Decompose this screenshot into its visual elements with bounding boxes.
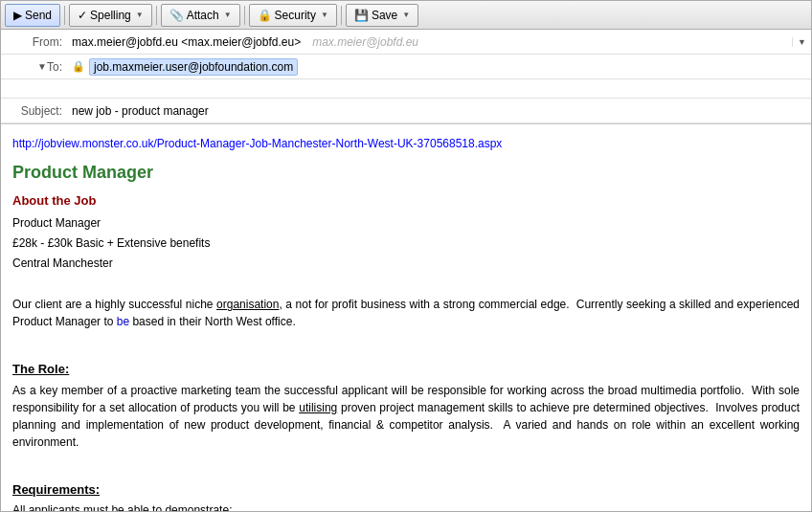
security-dropdown-arrow: ▼ (321, 11, 328, 19)
header-fields: From: max.meier@jobfd.eu <max.meier@jobf… (1, 30, 811, 124)
job-title-heading: Product Manager (12, 160, 800, 186)
attach-icon: 📎 (169, 9, 184, 22)
utilising-underline: utilising (299, 401, 337, 414)
spelling-label: Spelling (90, 9, 131, 22)
security-button[interactable]: 🔒 Security ▼ (249, 4, 337, 27)
separator-3 (244, 6, 245, 25)
separator-4 (341, 6, 342, 25)
req-heading: Requirements: (12, 480, 800, 500)
organisation-underline: organisation (216, 298, 279, 311)
send-icon: ▶ (13, 9, 22, 22)
save-button[interactable]: 💾 Save ▼ (346, 4, 418, 27)
spelling-button[interactable]: ✓ Spelling ▼ (69, 4, 152, 27)
spelling-icon: ✓ (78, 9, 87, 22)
from-value-text: max.meier@jobfd.eu <max.meier@jobfd.eu> (72, 35, 301, 49)
save-icon: 💾 (354, 9, 369, 22)
security-label: Security (275, 9, 316, 22)
save-label: Save (372, 9, 397, 22)
from-label: From: (1, 35, 68, 49)
bcc-row (1, 79, 811, 99)
job-url-link[interactable]: http://jobview.monster.co.uk/Product-Man… (12, 137, 502, 150)
email-body: http://jobview.monster.co.uk/Product-Man… (1, 124, 811, 511)
to-lock-icon: 🔒 (72, 60, 85, 73)
from-hint-text: max.meier@jobfd.eu (312, 35, 418, 49)
job-line2: £28k - £30k Basic + Extensive benefits (12, 234, 800, 252)
role-heading: The Role: (12, 360, 800, 379)
role-paragraph: As a key member of a proactive marketing… (12, 382, 800, 451)
save-dropdown-arrow: ▼ (402, 11, 410, 19)
job-line1: Product Manager (12, 214, 800, 232)
to-input[interactable] (302, 60, 807, 74)
subject-row: Subject: (1, 99, 811, 123)
about-heading: About the Job (12, 191, 800, 211)
from-value-container: max.meier@jobfd.eu <max.meier@jobfd.eu> … (68, 33, 792, 51)
send-button[interactable]: ▶ Send (5, 4, 60, 27)
subject-label: Subject: (1, 104, 68, 118)
to-row: ▼ To: 🔒 job.maxmeier.user@jobfoundation.… (1, 55, 811, 79)
subject-value-container[interactable] (68, 102, 811, 120)
attach-dropdown-arrow: ▼ (224, 11, 232, 19)
to-expand-icon[interactable]: ▼ (37, 61, 47, 72)
be-highlight: be (117, 315, 129, 328)
spelling-dropdown-arrow: ▼ (136, 11, 144, 19)
separator-1 (64, 6, 65, 25)
job-line3: Central Manchester (12, 255, 800, 272)
bcc-value (68, 87, 811, 91)
toolbar: ▶ Send ✓ Spelling ▼ 📎 Attach ▼ 🔒 Securit… (1, 1, 811, 30)
send-label: Send (25, 9, 52, 22)
attach-button[interactable]: 📎 Attach ▼ (161, 4, 240, 27)
from-row: From: max.meier@jobfd.eu <max.meier@jobf… (1, 30, 811, 55)
subject-input[interactable] (72, 104, 807, 118)
to-value-container[interactable]: 🔒 job.maxmeier.user@jobfoundation.com (68, 56, 811, 78)
to-recipient-tag[interactable]: job.maxmeier.user@jobfoundation.com (89, 58, 298, 76)
from-dropdown-button[interactable]: ▼ (792, 37, 811, 47)
security-icon: 🔒 (258, 9, 272, 22)
intro-paragraph: Our client are a highly successful niche… (12, 296, 800, 330)
req-sub: All applicants must be able to demonstra… (12, 501, 800, 511)
attach-label: Attach (187, 9, 219, 22)
to-label: To: (47, 60, 62, 74)
separator-2 (156, 6, 157, 25)
email-composer: ▶ Send ✓ Spelling ▼ 📎 Attach ▼ 🔒 Securit… (0, 0, 812, 512)
